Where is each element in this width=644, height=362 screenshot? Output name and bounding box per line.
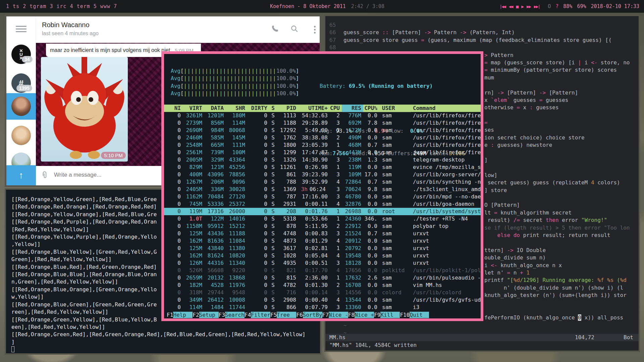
column-header-cpu%[interactable]: CPU% — [363, 105, 379, 112]
vim-statusline: MM.hs 104,72 Bot — [325, 334, 639, 341]
process-row[interactable]: 0182M4528119760S47820:01.302167080.0samv… — [164, 282, 481, 289]
column-header-shr[interactable]: SHR — [226, 105, 247, 112]
status-bar: 1 ts 2 tgram 3 irc 4 term 5 www 7 Koefno… — [0, 0, 644, 13]
column-header-pid[interactable]: PID — [277, 105, 298, 112]
process-row[interactable]: 02005M329M433640S132614:30.903238M1.3sam… — [164, 156, 481, 164]
chat-title: Robin Wacanno — [42, 21, 90, 29]
process-table-header[interactable]: NIVIRTDATASHRDIRTYSPIDUTIME+CPURESCPU%US… — [164, 105, 481, 112]
process-row[interactable]: 01.0T122M140160S53180:53.66124360346.sam… — [164, 215, 481, 223]
chat-list-rail: ✕U✕ 34 # 1395 ↑ — [6, 16, 36, 185]
process-row[interactable]: 01162M70484271200S78717:16.003467800.0sa… — [164, 193, 481, 200]
media-control-icon[interactable]: ◀◀ — [509, 4, 513, 9]
fkey-filter[interactable]: F4Filter — [245, 312, 270, 318]
fkey-setup[interactable]: F2Setup — [193, 312, 218, 318]
terminal-line: [[Red,Orange,Green,Red],[Red,Green,Orang… — [11, 331, 320, 338]
column-header-s[interactable]: S — [269, 105, 277, 112]
scroll-up-button[interactable]: ↑ — [6, 165, 36, 185]
media-control-icon[interactable]: |◀◀ — [499, 4, 505, 9]
code-line: 66guess_score :: [Pattern] -> Pattern ->… — [325, 29, 639, 36]
htop-window[interactable]: Avg[||||||||||||||||||||||||||100.0%]Avg… — [161, 51, 483, 321]
chat-avatar-selected[interactable] — [11, 97, 31, 116]
chat-avatar-user[interactable] — [11, 126, 31, 145]
workspace-list[interactable]: 1 ts 2 tgram 3 irc 4 term 5 www 7 — [6, 3, 117, 9]
photo-message[interactable]: 5:10 PM — [41, 57, 128, 162]
chat-header: Robin Wacanno last seen 4 minutes ago — [36, 16, 320, 43]
process-row[interactable]: 0162M81624108200S10280:05.044195480.0sam… — [164, 252, 481, 259]
column-header-command[interactable]: Command — [410, 105, 481, 112]
cpu-meter: Avg[||||||||||||||||||||||||||100.0%] — [171, 67, 299, 75]
process-row[interactable]: 02548M665M111M0S180023:05.391468M0.7sam/… — [164, 141, 481, 149]
photo-timestamp: 5:10 PM — [101, 152, 126, 159]
column-header-virt[interactable]: VIRT — [183, 105, 204, 112]
process-row[interactable]: 0114M1484117440S8660:07.793133600.0sami3 — [164, 304, 481, 311]
cpu-meter: Avg[||||||||||||||||||||||||||100.0%] — [171, 75, 299, 82]
column-header-dirty[interactable]: DIRTY — [247, 105, 269, 112]
media-control-icon[interactable]: ▶ — [521, 4, 523, 9]
code-line: 67guess_score store guess = (guess, maxi… — [325, 37, 639, 44]
column-header-res[interactable]: RES — [342, 105, 363, 112]
process-row[interactable]: 0318M2974495480S7160:00.143145560.0color… — [164, 289, 481, 296]
cpu-meter: Avg[||||||||||||||||||||||||||100.0%] — [171, 90, 299, 97]
process-row[interactable]: 0745M53336253720S29310:00.114328760.0sam… — [164, 200, 481, 208]
fkey-sortby[interactable]: F6SortBy — [296, 312, 322, 318]
knuckles-meme-image — [41, 57, 128, 162]
process-row[interactable]: 01158M95912152120S8785:11.952229120.0sam… — [164, 223, 481, 230]
process-row[interactable]: 02460M585M145M0S176238:38.082490M0.0sam/… — [164, 134, 481, 141]
fkey-help[interactable]: F1Help — [167, 312, 193, 318]
statusline-location: Bot — [624, 334, 633, 341]
column-header-user[interactable]: USER — [379, 105, 410, 112]
up-arrow-icon: ↑ — [19, 170, 23, 181]
process-row[interactable]: 02739M856M114M0S118829:28.893692M7.8sam/… — [164, 119, 481, 127]
process-row[interactable]: 0349M26412100080S29080:00.404135440.0sam… — [164, 296, 481, 304]
fkey-quit[interactable]: F10Quit — [400, 312, 429, 318]
fkey-search[interactable]: F3Search — [219, 312, 245, 318]
fkey-kill[interactable]: F9Kill — [374, 312, 400, 318]
process-row[interactable]: 0125M43436111880S47480:00.833215240.7sam… — [164, 230, 481, 237]
attach-icon[interactable] — [41, 171, 50, 180]
cpu-meter: Avg[||||||||||||||||||||||||||100.0%] — [171, 82, 299, 90]
fkey-nice[interactable]: F7Nice - — [322, 312, 348, 318]
process-row[interactable]: 01267M206M90960S78839:52.994728640.7sam/… — [164, 178, 481, 186]
column-header-data[interactable]: DATA — [204, 105, 226, 112]
process-row[interactable]: 02405M336M300280S13693h06:243706249.8sam… — [164, 186, 481, 193]
code-line: ~ — [325, 322, 639, 329]
kebab-menu-icon[interactable] — [310, 24, 320, 35]
output-icon: O — [548, 3, 551, 9]
process-row[interactable]: 0526M5660892200S8210:17.704176560.0polki… — [164, 267, 481, 274]
process-row[interactable]: 0162M81636110840S48730:01.294209120.0sam… — [164, 237, 481, 245]
process-row[interactable]: 0119M17316260000S2080:01.761269880.0root… — [164, 208, 481, 215]
media-controls[interactable]: |◀◀◀◀■▶▶▶▶▶| — [499, 3, 543, 9]
process-row[interactable]: 02690M984M800680S172925:49.003622M0.0sam… — [164, 127, 481, 134]
statusline-filename: MM.hs — [329, 334, 345, 341]
message-text: maar zo inefficient is mijn spul volgens… — [50, 47, 170, 53]
clock: 2018-02-10 17:33 — [591, 3, 640, 9]
media-control-icon[interactable]: ▶▶| — [534, 4, 540, 9]
process-row[interactable]: 0829M121M452560S112610:26.981119M0.0same… — [164, 164, 481, 171]
code-line: 65 — [325, 21, 639, 29]
media-control-icon[interactable]: ▶▶ — [527, 4, 531, 9]
column-header-cpu[interactable]: CPU — [330, 105, 342, 112]
call-icon[interactable] — [271, 24, 281, 35]
process-row[interactable]: 02561M739M100M0S129917:47.872443M0.0sam/… — [164, 149, 481, 156]
vim-command-message: "MM.hs" 104L, 4584C written — [329, 342, 417, 348]
menu-icon[interactable] — [16, 26, 26, 33]
process-row[interactable]: 0400M43096788560S86139:23.903109M17.0sam… — [164, 171, 481, 178]
terminal-line: een],[Red,Red,Yellow,Yellow]] — [11, 323, 320, 331]
fkey-tree[interactable]: F5Tree — [270, 312, 296, 318]
column-header-ni[interactable]: NI — [171, 105, 183, 112]
media-title: Koefnoen - 8 Oktober 2011 — [270, 3, 346, 9]
unread-badge: 34 — [22, 56, 33, 63]
function-key-bar: F1HelpF2SetupF3SearchF4FilterF5TreeF6Sor… — [167, 312, 429, 318]
media-status: Koefnoen - 8 Oktober 2011 2:42 / 3:08 — [270, 0, 384, 13]
process-row[interactable]: 02659M20132138680S8152:36.001176322.6sam… — [164, 274, 481, 282]
column-header-utime+[interactable]: UTIME+ — [298, 105, 330, 112]
process-table: NIVIRTDATASHRDIRTYSPIDUTIME+CPURESCPU%US… — [164, 105, 481, 311]
process-row[interactable]: 0125M43840113800S36170:02.811207920.0sam… — [164, 245, 481, 252]
process-row[interactable]: 0126M44316113400S49350:00.513181280.0sam… — [164, 259, 481, 267]
volume-percentage: 88% — [563, 3, 572, 9]
fkey-nice[interactable]: F8Nice + — [348, 312, 374, 318]
process-row[interactable]: 03261M1201M180M0S111354:32.632776M0.0sam… — [164, 112, 481, 119]
media-control-icon[interactable]: ■ — [516, 4, 518, 9]
search-icon[interactable] — [290, 24, 300, 35]
media-time: 2:42 / 3:08 — [351, 3, 384, 9]
